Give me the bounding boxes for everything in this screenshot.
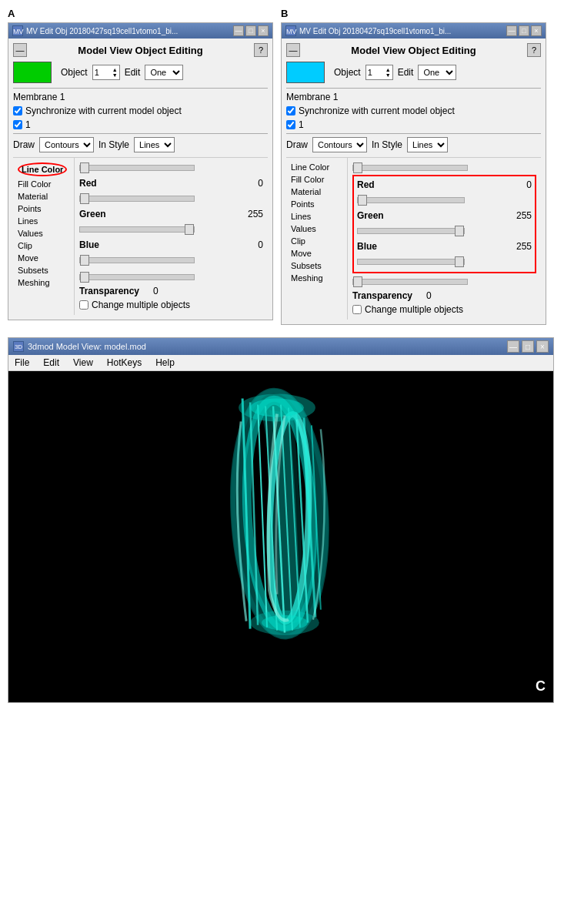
panel-b-change-checkbox[interactable] [352,305,362,314]
panel-b-minus-btn[interactable]: — [286,43,300,57]
panel-a-val-checkbox[interactable] [13,120,22,129]
panel-b-spinbox-arrows[interactable]: ▲▼ [385,67,391,78]
panel-a-minus-btn[interactable]: — [13,43,27,57]
panel-a-edit-select[interactable]: One [145,65,183,80]
model-close-btn[interactable]: × [536,340,549,353]
panel-b-minimize-btn[interactable]: — [506,25,517,36]
menu-hotkeys[interactable]: HotKeys [105,357,143,369]
panel-a-green-value: 255 [240,209,263,219]
panel-b-object-spinbox[interactable]: 1 ▲▼ [365,65,393,80]
panel-b-blue-slider-row [357,256,532,267]
panel-a-red-label: Red [79,178,118,189]
panel-b-val-text: 1 [299,119,304,130]
menu-view[interactable]: View [72,357,95,369]
panel-b-sync-row: Synchronize with current model object [286,105,541,116]
panel-b-blue-value: 255 [509,241,532,252]
panel-a-object-label: Object [61,67,88,78]
panel-b-red-row: Red 0 [357,179,532,190]
panel-b-sidebar-lines[interactable]: Lines [286,210,347,223]
panel-b-transp-label: Transparency [352,290,422,301]
panel-a-separator-1 [13,88,268,89]
panel-b-sidebar-line-color[interactable]: Line Color [286,161,347,173]
panel-a-sidebar-line-color[interactable]: Line Color [13,161,74,178]
panel-a-sidebar-points[interactable]: Points [13,203,74,215]
menu-file[interactable]: File [13,357,31,369]
panel-a-sidebar-subsets[interactable]: Subsets [13,264,74,276]
panel-b-wrapper: B MV MV Edit Obj 20180427sq19cell1vtomo1… [281,8,546,325]
panel-b-top-slider-row [352,162,536,173]
panel-a-green-slider[interactable] [79,226,195,233]
panel-b-sync-checkbox[interactable] [286,106,295,116]
panel-b-sidebar-fill-color[interactable]: Fill Color [286,173,347,186]
panel-a-object-spinbox[interactable]: 1 ▲▼ [92,65,120,80]
panel-a-change-checkbox[interactable] [79,300,88,310]
panel-b-help-btn[interactable]: ? [527,43,541,57]
panel-a-change-row: Change multiple objects [79,300,263,310]
panel-b-sidebar-points[interactable]: Points [286,198,347,210]
panel-a-blue-label: Blue [79,239,118,250]
panel-b-sidebar-subsets[interactable]: Subsets [286,259,347,272]
panel-a-transp-slider[interactable] [79,274,195,280]
panel-a-sidebar-meshing[interactable]: Meshing [13,276,74,289]
panel-b-top-slider[interactable] [352,165,468,171]
viewport-label-c: C [536,678,546,695]
panel-a-sidebar-lines[interactable]: Lines [13,215,74,227]
panel-a-sidebar-material[interactable]: Material [13,190,74,203]
panel-b-blue-slider[interactable] [357,259,465,265]
panel-b-change-row: Change multiple objects [352,304,536,315]
panel-b-red-slider[interactable] [357,197,465,203]
panel-b-close-btn[interactable]: × [531,25,542,36]
panel-b-sidebar-material[interactable]: Material [286,186,347,198]
panel-a-line-color-label: Line Color [18,162,67,176]
panel-b-red-value: 0 [509,179,532,190]
panel-b-color-swatch[interactable] [286,62,325,83]
panel-b-object-row: Object 1 ▲▼ Edit One [286,62,541,83]
panel-b-maximize-btn[interactable]: □ [519,25,529,36]
panel-b-dialog: MV MV Edit Obj 20180427sq19cell1vtomo1_b… [281,22,546,325]
panel-a-red-slider-row [79,193,263,204]
panel-b-instyle-select[interactable]: Lines [407,137,448,152]
panel-a-blue-slider[interactable] [79,257,195,263]
panel-b-sidebar-values[interactable]: Values [286,223,347,235]
panel-b-draw-select[interactable]: Contours [312,137,367,152]
panel-b-sidebar-move[interactable]: Move [286,247,347,259]
panel-a-color-panel: Red 0 Green 255 [75,158,268,315]
panel-a-sidebar-values[interactable]: Values [13,227,74,239]
panel-a-instyle-select[interactable]: Lines [134,137,175,152]
panel-b-object-label: Object [334,67,361,78]
panel-a-minimize-btn[interactable]: — [233,25,244,36]
panel-b-separator-1 [286,88,541,89]
panel-a-val-row: 1 [13,119,268,130]
panel-b-edit-select[interactable]: One [418,65,456,80]
panel-a-sidebar-fill-color[interactable]: Fill Color [13,178,74,190]
panel-b-green-slider-row [357,226,532,236]
panel-a-help-btn[interactable]: ? [254,43,268,57]
menu-help[interactable]: Help [154,357,176,369]
panel-a-draw-select[interactable]: Contours [39,137,94,152]
panel-b-transp-slider[interactable] [352,279,468,285]
panel-b-title-text: MV Edit Obj 20180427sq19cell1vtomo1_bi..… [299,27,451,35]
panel-a-sidebar-clip[interactable]: Clip [13,239,74,252]
model-title-bar: 3D 3dmod Model View: model.mod — □ × [8,338,553,355]
panel-a-top-slider[interactable] [79,165,195,171]
panel-b-draw-label: Draw [286,139,308,150]
panel-a-maximize-btn[interactable]: □ [245,25,256,36]
model-maximize-btn[interactable]: □ [522,340,534,353]
model-minimize-btn[interactable]: — [507,340,519,353]
panel-a-close-btn[interactable]: × [258,25,269,36]
panel-b-title-bar: MV MV Edit Obj 20180427sq19cell1vtomo1_b… [282,23,546,38]
panel-b-title-left: MV MV Edit Obj 20180427sq19cell1vtomo1_b… [285,25,451,36]
panel-b-sidebar-clip[interactable]: Clip [286,235,347,247]
panel-b-transp-slider-row [352,276,536,287]
panel-b-red-slider-row [357,195,532,206]
panel-a-red-slider[interactable] [79,196,195,202]
panel-a-sidebar-move[interactable]: Move [13,252,74,264]
panel-b-val-checkbox[interactable] [286,120,295,129]
panel-a-spinbox-arrows[interactable]: ▲▼ [112,67,118,78]
model-3d-svg [8,371,553,702]
menu-edit[interactable]: Edit [42,357,61,369]
panel-a-color-swatch[interactable] [13,62,52,83]
panel-b-sidebar-meshing[interactable]: Meshing [286,272,347,284]
panel-b-green-slider[interactable] [357,228,465,234]
panel-a-sync-checkbox[interactable] [13,106,22,116]
